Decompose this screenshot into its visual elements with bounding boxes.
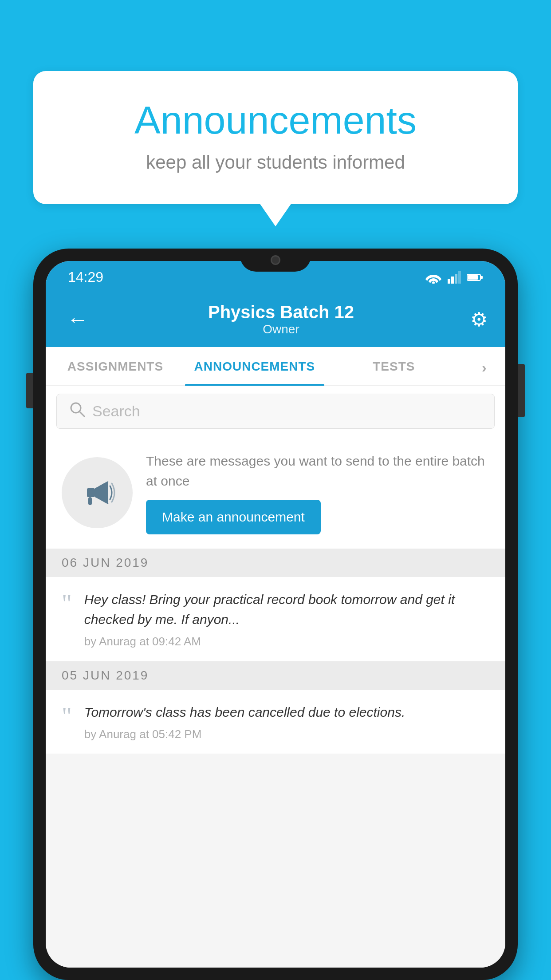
speech-bubble-subtitle: keep all your students informed xyxy=(69,152,482,173)
wifi-icon xyxy=(425,271,441,284)
tab-more[interactable]: › xyxy=(464,347,505,385)
tab-announcements[interactable]: ANNOUNCEMENTS xyxy=(185,347,324,385)
front-camera xyxy=(271,255,280,265)
megaphone-icon xyxy=(77,473,117,513)
back-button[interactable]: ← xyxy=(63,304,92,335)
search-icon xyxy=(69,401,85,421)
svg-rect-2 xyxy=(451,277,454,284)
tabs-container: ASSIGNMENTS ANNOUNCEMENTS TESTS › xyxy=(46,347,505,386)
tab-tests[interactable]: TESTS xyxy=(324,347,464,385)
speech-bubble-section: Announcements keep all your students inf… xyxy=(33,71,518,204)
phone-outer: 14:29 xyxy=(33,249,518,980)
settings-button[interactable]: ⚙ xyxy=(470,308,488,331)
announcement-meta-2: by Anurag at 05:42 PM xyxy=(84,727,489,741)
announcement-text-2: Tomorrow's class has been cancelled due … xyxy=(84,702,489,722)
quote-icon-1: " xyxy=(62,591,72,616)
promo-description: These are messages you want to send to t… xyxy=(146,451,489,491)
promo-icon xyxy=(62,457,133,528)
header-center: Physics Batch 12 Owner xyxy=(208,302,354,336)
search-placeholder-text: Search xyxy=(92,403,140,420)
svg-rect-3 xyxy=(455,274,457,284)
svg-rect-7 xyxy=(468,275,478,280)
announcement-content-2: Tomorrow's class has been cancelled due … xyxy=(84,702,489,741)
promo-card: These are messages you want to send to t… xyxy=(46,437,505,549)
svg-rect-10 xyxy=(87,488,95,497)
announcement-content-1: Hey class! Bring your practical record b… xyxy=(84,589,489,648)
search-bar-container: Search xyxy=(46,386,505,437)
announcement-item-1[interactable]: " Hey class! Bring your practical record… xyxy=(46,577,505,661)
phone-notch xyxy=(240,249,311,272)
make-announcement-button[interactable]: Make an announcement xyxy=(146,500,321,534)
svg-rect-1 xyxy=(448,279,450,284)
promo-content: These are messages you want to send to t… xyxy=(146,451,489,534)
announcement-item-2[interactable]: " Tomorrow's class has been cancelled du… xyxy=(46,690,505,754)
svg-point-8 xyxy=(71,403,81,413)
svg-point-0 xyxy=(432,281,435,284)
battery-icon xyxy=(467,273,483,282)
content-area: Search xyxy=(46,386,505,968)
date-label-2: 05 JUN 2019 xyxy=(62,668,149,683)
date-separator-2: 05 JUN 2019 xyxy=(46,661,505,690)
tab-assignments[interactable]: ASSIGNMENTS xyxy=(46,347,185,385)
phone-screen: 14:29 xyxy=(46,261,505,968)
phone-container: 14:29 xyxy=(33,249,518,980)
date-label-1: 06 JUN 2019 xyxy=(62,556,149,570)
svg-rect-4 xyxy=(458,271,461,284)
announcement-text-1: Hey class! Bring your practical record b… xyxy=(84,589,489,629)
announcement-meta-1: by Anurag at 09:42 AM xyxy=(84,635,489,648)
speech-bubble-card: Announcements keep all your students inf… xyxy=(33,71,518,204)
search-input[interactable]: Search xyxy=(56,394,495,429)
quote-icon-2: " xyxy=(62,704,72,729)
status-time: 14:29 xyxy=(68,269,103,285)
svg-rect-6 xyxy=(480,276,483,279)
header-title: Physics Batch 12 xyxy=(208,302,354,322)
svg-line-9 xyxy=(80,412,84,416)
speech-bubble-title: Announcements xyxy=(69,98,482,143)
svg-rect-11 xyxy=(88,497,92,505)
date-separator-1: 06 JUN 2019 xyxy=(46,549,505,577)
header-subtitle: Owner xyxy=(208,322,354,336)
app-header: ← Physics Batch 12 Owner ⚙ xyxy=(46,292,505,347)
status-icons xyxy=(425,271,483,284)
signal-icon xyxy=(448,271,461,284)
